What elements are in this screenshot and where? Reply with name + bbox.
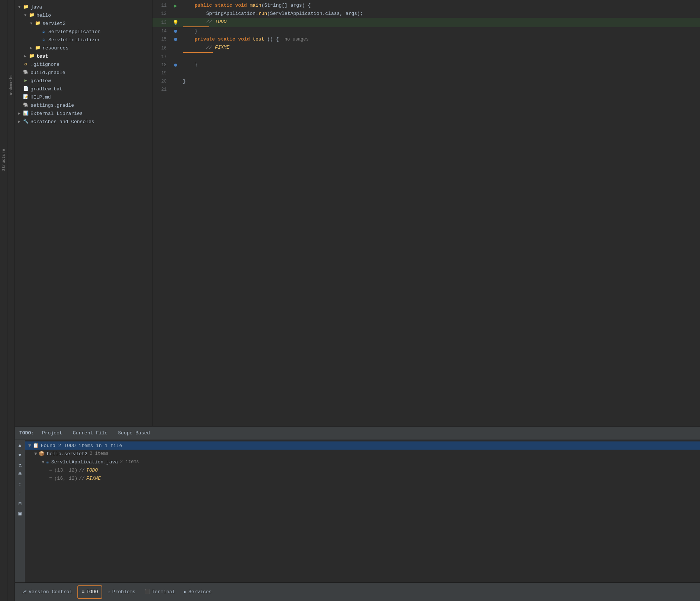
todo-tree: ▼ 📋 Found 2 TODO items in 1 file ▼ 📦 hel… xyxy=(25,440,700,582)
sidebar-item-extlibs[interactable]: ▶ 📊 External Libraries xyxy=(15,109,152,118)
sidebar-label-gradlew: gradlew xyxy=(30,78,51,84)
preview-button[interactable]: 👁 xyxy=(16,470,24,479)
structure-panel[interactable]: Structure xyxy=(0,0,7,601)
lightbulb-icon-13[interactable]: 💡 xyxy=(173,20,179,26)
todo-item-1[interactable]: ≡ (13, 12) // TODO xyxy=(25,466,700,474)
code-editor[interactable]: 11 ▶ public static void main(String[] ar… xyxy=(152,0,700,426)
gitignore-icon: ⚙ xyxy=(22,61,29,67)
code-content-11: public static void main(String[] args) { xyxy=(180,1,311,10)
todo-toolbar: TODO: Project Current File Scope Based xyxy=(15,427,700,440)
run-icon-11[interactable]: ▶ xyxy=(174,3,177,9)
terminal-label: Terminal xyxy=(152,589,175,595)
todo-group-row[interactable]: ▼ 📦 hello.servlet2 2 items xyxy=(25,450,700,458)
terminal-icon: ⬛ xyxy=(144,589,150,595)
line-num-15: 15 xyxy=(152,37,171,42)
gutter-13[interactable]: 💡 xyxy=(171,20,180,26)
group-button[interactable]: ⊞ xyxy=(16,499,24,508)
sidebar-item-settingsgradle[interactable]: 🐘 settings.gradle xyxy=(15,101,152,109)
sidebar-item-gradlewbat[interactable]: 📄 gradlew.bat xyxy=(15,85,152,93)
sidebar-item-servlet2[interactable]: ▼ 📁 servlet2 xyxy=(15,19,152,28)
services-icon: ▶ xyxy=(184,589,187,595)
todo-panel: TODO: Project Current File Scope Based ▲… xyxy=(15,426,700,582)
code-line-11: 11 ▶ public static void main(String[] ar… xyxy=(152,1,700,10)
terminal-button[interactable]: ⬛ Terminal xyxy=(141,585,179,599)
line-num-12: 12 xyxy=(152,11,171,16)
todo-item-line-2: (16, 12) xyxy=(54,476,77,481)
sidebar-item-helpmd[interactable]: 📝 HELP.md xyxy=(15,93,152,101)
line-num-19: 19 xyxy=(152,71,171,76)
version-control-button[interactable]: ⎇ Version Control xyxy=(18,585,76,599)
package-icon: 📦 xyxy=(39,451,45,457)
tab-current-file[interactable]: Current File xyxy=(71,430,110,437)
line-num-11: 11 xyxy=(152,3,171,8)
todo-item-line-1: (13, 12) xyxy=(54,467,77,473)
sidebar-label-servletapp: ServletApplication xyxy=(48,29,100,35)
sidebar-item-test[interactable]: ▶ 📁 test xyxy=(15,52,152,60)
code-line-19: 19 xyxy=(152,69,700,77)
folder-icon-test: 📁 xyxy=(28,53,35,59)
services-button[interactable]: ▶ Services xyxy=(180,585,216,599)
code-line-20: 20 } xyxy=(152,77,700,86)
vcs-icon: ⎇ xyxy=(22,589,27,595)
code-content-17 xyxy=(180,53,186,61)
sidebar-label-gitignore: .gitignore xyxy=(30,62,60,67)
gutter-14 xyxy=(171,30,180,33)
tab-project[interactable]: Project xyxy=(40,430,65,437)
sidebar-label-java: java xyxy=(30,4,42,10)
arrow-hello: ▼ xyxy=(22,13,28,17)
problems-icon: ⚠ xyxy=(107,589,110,595)
java-icon-servletinit: ☕ xyxy=(40,37,47,43)
sidebar-label-helpmd: HELP.md xyxy=(30,94,51,100)
folder-icon-resources: 📁 xyxy=(34,45,41,51)
todo-item-text-2: FIXME xyxy=(86,476,101,481)
todo-item-2[interactable]: ≡ (16, 12) // FIXME xyxy=(25,474,700,482)
code-line-17: 17 xyxy=(152,53,700,61)
sidebar-item-java[interactable]: ▼ 📁 java xyxy=(15,3,152,11)
chevron-down-group: ▼ xyxy=(34,451,37,457)
sidebar-label-hello: hello xyxy=(36,13,51,18)
arrow-servlet2: ▼ xyxy=(28,22,34,26)
services-label: Services xyxy=(189,589,212,595)
collapse-button[interactable]: ↕ xyxy=(16,490,24,498)
sidebar-item-resources[interactable]: ▶ 📁 resources xyxy=(15,44,152,52)
gutter-11[interactable]: ▶ xyxy=(171,3,180,9)
todo-file-row[interactable]: ▼ ☕ ServletApplication.java 2 items xyxy=(25,458,700,466)
scroll-down-button[interactable]: ▼ xyxy=(16,451,24,459)
code-content-13: // TODO xyxy=(180,18,227,26)
todo-status-button[interactable]: ≡ TODO xyxy=(77,585,102,599)
problems-button[interactable]: ⚠ Problems xyxy=(104,585,139,599)
layout-button[interactable]: ▣ xyxy=(16,509,24,517)
bookmarks-panel[interactable]: Bookmarks xyxy=(7,0,15,601)
sidebar-item-servletinit[interactable]: ☕ ServletInitializer xyxy=(15,36,152,44)
todo-item-text-1: TODO xyxy=(86,467,98,473)
version-control-label: Version Control xyxy=(29,589,72,595)
code-line-18: 18 } xyxy=(152,61,700,69)
sidebar-item-gradlew[interactable]: ▶ gradlew xyxy=(15,77,152,85)
code-content-18: } xyxy=(180,61,198,69)
todo-label: TODO: xyxy=(19,430,34,436)
todo-summary-row[interactable]: ▼ 📋 Found 2 TODO items in 1 file xyxy=(25,441,700,450)
sidebar-label-gradlewbat: gradlew.bat xyxy=(30,86,62,92)
code-content-15: private static void test () { no usages xyxy=(180,35,309,44)
scratch-icon: 🔧 xyxy=(22,119,29,125)
sidebar-item-buildgradle[interactable]: 🐘 build.gradle xyxy=(15,68,152,77)
code-line-14: 14 } xyxy=(152,27,700,35)
filter-button[interactable]: ⚗ xyxy=(16,461,24,469)
chevron-down-file: ▼ xyxy=(42,459,45,465)
gutter-18 xyxy=(171,64,180,67)
sidebar-item-scratches[interactable]: ▶ 🔧 Scratches and Consoles xyxy=(15,118,152,126)
todo-content-area: ▲ ▼ ⚗ 👁 ↕ ↕ ⊞ ▣ ▼ 📋 Found 2 TODO items i… xyxy=(15,440,700,582)
tab-scope-based[interactable]: Scope Based xyxy=(116,430,152,437)
structure-label: Structure xyxy=(1,149,6,171)
sidebar-item-hello[interactable]: ▼ 📁 hello xyxy=(15,11,152,19)
code-line-21: 21 xyxy=(152,86,700,94)
folder-icon-hello: 📁 xyxy=(28,12,35,18)
todo-item-sep-1: // xyxy=(79,467,85,473)
expand-button[interactable]: ↕ xyxy=(16,480,24,488)
todo-side-toolbar: ▲ ▼ ⚗ 👁 ↕ ↕ ⊞ ▣ xyxy=(15,440,25,582)
scroll-up-button[interactable]: ▲ xyxy=(16,441,24,450)
sidebar-item-gitignore[interactable]: ⚙ .gitignore xyxy=(15,60,152,68)
todo-item-icon-2: ≡ xyxy=(49,476,52,481)
markdown-icon: 📝 xyxy=(22,94,29,100)
sidebar-item-servletapp[interactable]: ☕ ServletApplication xyxy=(15,28,152,36)
